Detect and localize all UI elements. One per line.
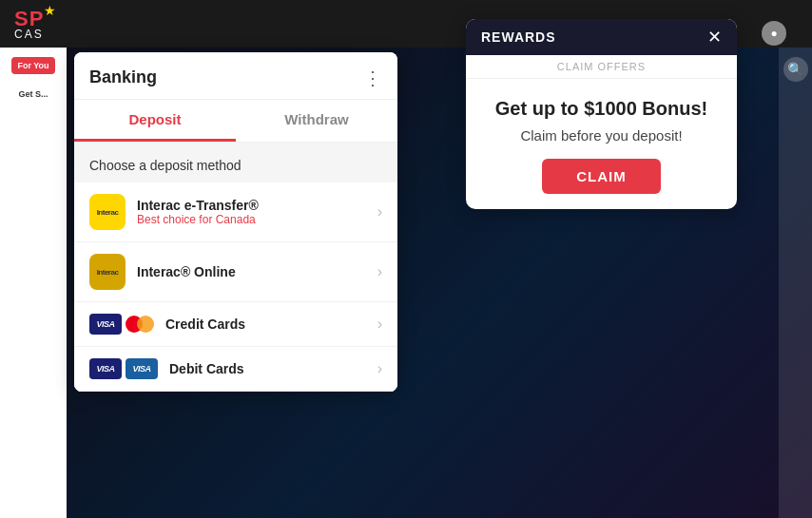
logo-subtitle: CAS [14,28,56,41]
bonus-subtitle: Claim before you deposit! [481,127,722,144]
rewards-header: REWARDS ✕ [466,19,737,55]
tab-withdraw[interactable]: Withdraw [236,100,397,142]
three-dots-button[interactable]: ⋮ [363,68,382,87]
method-sub-label: Best choice for Canada [137,213,366,226]
method-interac-etransfer[interactable]: Interac Interac e-Transfer® Best choice … [74,182,397,242]
method-name: Interac® Online [137,264,366,279]
bonus-title: Get up to $1000 Bonus! [481,98,722,120]
visa-icon: VISA [89,314,122,335]
notification-badge[interactable]: ● [762,21,786,46]
rewards-title: REWARDS [481,29,556,45]
chevron-right-icon: › [377,203,382,221]
method-info: Interac e-Transfer® Best choice for Cana… [137,198,366,226]
rewards-body: Get up to $1000 Bonus! Claim before you … [466,79,737,209]
right-strip: 🔍 [779,48,812,518]
banking-modal: Banking ⋮ Deposit Withdraw Choose a depo… [74,52,397,392]
chevron-right-icon: › [377,360,382,377]
banking-title: Banking [89,67,157,87]
logo: SP ★ CAS [14,7,56,41]
logo-star-icon: ★ [44,3,56,18]
deposit-methods: Choose a deposit method Interac Interac … [74,143,397,392]
method-info: Credit Cards [165,317,366,332]
mastercard-icon [126,314,154,335]
interac-online-icon: Interac [89,254,126,290]
method-icon-group: Interac [89,194,126,230]
sidebar-strip: For You Get S... [0,48,67,518]
method-icon-group: Interac [89,254,126,290]
method-debit-cards[interactable]: VISA VISA Debit Cards › [74,347,397,392]
notification-count: ● [770,27,777,40]
method-name: Debit Cards [169,361,366,376]
method-icon-group: VISA VISA [89,358,158,379]
banking-header: Banking ⋮ [74,52,397,100]
mc-circle-right [137,316,154,333]
close-button[interactable]: ✕ [707,29,722,46]
tabs-row: Deposit Withdraw [74,100,397,143]
claim-button[interactable]: CLAIM [542,159,661,194]
logo-block: SP ★ CAS [14,7,56,41]
chevron-right-icon: › [377,316,382,333]
rewards-subtitle: CLAIM OFFERS [466,55,737,72]
interac-etransfer-icon: Interac [89,194,126,230]
method-name: Credit Cards [165,317,366,332]
method-icon-group: VISA [89,314,154,335]
for-you-tab[interactable]: For You [11,57,54,74]
method-interac-online[interactable]: Interac Interac® Online › [74,242,397,302]
choose-deposit-label: Choose a deposit method [74,143,397,182]
rewards-panel: REWARDS ✕ CLAIM OFFERS Get up to $1000 B… [466,19,737,209]
method-credit-cards[interactable]: VISA Credit Cards › [74,302,397,347]
method-info: Debit Cards [169,361,366,376]
visa-icon-2: VISA [126,358,158,379]
method-name: Interac e-Transfer® [137,198,366,213]
get-started-label: Get S... [18,89,48,99]
search-icon[interactable]: 🔍 [783,57,808,82]
tab-deposit[interactable]: Deposit [74,100,236,142]
method-info: Interac® Online [137,264,366,279]
chevron-right-icon: › [377,263,382,280]
visa-icon-1: VISA [89,358,122,379]
